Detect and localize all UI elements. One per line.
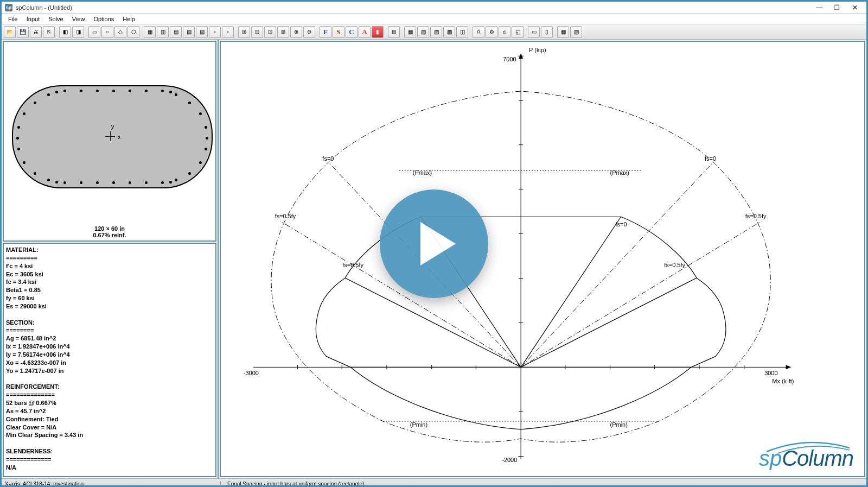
toolbar-open-icon[interactable]: 📂 (4, 26, 16, 38)
toolbar-btn13[interactable]: ▤ (170, 26, 182, 38)
toolbar-btn18[interactable]: ⊞ (238, 26, 250, 38)
toolbar-btn15[interactable]: ▨ (196, 26, 208, 38)
toolbar-btn34[interactable]: ▭ (528, 26, 540, 38)
close-button[interactable]: ✕ (847, 4, 863, 11)
window-title: spColumn - (Untitled) (16, 4, 811, 11)
info-cover: Clear Cover = N/A (6, 423, 213, 432)
chart-fs05-right: fs=0.5fy (745, 213, 767, 219)
toolbar-btn33[interactable]: ◱ (512, 26, 524, 38)
toolbar-btn22[interactable]: ⊕ (290, 26, 302, 38)
toolbar-save-icon[interactable]: 💾 (17, 26, 29, 38)
menu-input[interactable]: Input (22, 15, 44, 23)
info-fc-prime: f'c = 4 ksi (6, 262, 213, 270)
axis-x-label: x (118, 134, 121, 140)
toolbar-btn35[interactable]: ▯ (541, 26, 553, 38)
play-icon (420, 222, 456, 265)
material-header: MATERIAL: (6, 246, 213, 254)
svg-marker-5 (786, 365, 791, 369)
statusbar-right: Equal Spacing - input bars at uniform sp… (221, 481, 366, 487)
toolbar-btn20[interactable]: ⊡ (264, 26, 276, 38)
menu-options[interactable]: Options (89, 15, 118, 23)
toolbar-btn16[interactable]: ▪ (209, 26, 221, 38)
section-dimensions: 120 × 60 in (4, 225, 215, 232)
interaction-diagram[interactable]: P (kip) 7000 -2000 -3000 3000 Mx (k-ft) … (220, 41, 865, 477)
toolbar-btn12[interactable]: ▥ (157, 26, 169, 38)
info-fc: fc = 3.4 ksi (6, 278, 213, 286)
section-reinf: 0.67% reinf. (4, 232, 215, 238)
chart-x-title: Mx (k-ft) (772, 378, 794, 384)
toolbar-btn28[interactable]: ▩ (443, 26, 455, 38)
toolbar-btn8[interactable]: ○ (101, 26, 113, 38)
play-button-overlay[interactable] (380, 189, 488, 298)
chart-pmax-right: (Pmax) (610, 169, 629, 176)
chart-svg: P (kip) 7000 -2000 -3000 3000 Mx (k-ft) … (221, 42, 864, 476)
chart-fs0-left: fs=0 (322, 155, 334, 162)
toolbar-btn11[interactable]: ▦ (144, 26, 156, 38)
toolbar-btn27[interactable]: ▨ (430, 26, 442, 38)
toolbar-btn9[interactable]: ◇ (114, 26, 126, 38)
info-as: As = 45.7 in^2 (6, 407, 213, 415)
chart-fs05-inner-left: fs=0.5fy (342, 262, 363, 268)
chart-fs0-right: fs=0 (705, 155, 716, 162)
info-panel: MATERIAL: ========= f'c = 4 ksi Ec = 360… (3, 243, 216, 477)
chart-y-min: -2000 (502, 457, 517, 463)
toolbar-btn17[interactable]: ▪ (222, 26, 234, 38)
toolbar-btn24[interactable]: ⊞ (388, 26, 400, 38)
toolbar-letter-C[interactable]: C (346, 26, 358, 38)
toolbar-btn7[interactable]: ▭ (88, 26, 100, 38)
toolbar-btn37[interactable]: ▧ (570, 26, 582, 38)
chart-pmax-left: (Pmax) (413, 169, 432, 176)
toolbar-letter-F[interactable]: F (320, 26, 331, 38)
maximize-button[interactable]: ❐ (829, 4, 845, 11)
toolbar-btn23[interactable]: ⊖ (303, 26, 315, 38)
minimize-button[interactable]: ― (811, 4, 827, 11)
info-ec: Ec = 3605 ksi (6, 270, 213, 279)
chart-fs05-left: fs=0.5fy (275, 213, 296, 219)
window-controls: ― ❐ ✕ (811, 4, 863, 11)
info-yo: Yo = 1.24717e-007 in (6, 367, 213, 375)
chart-pmin-left: (Pmin) (410, 421, 427, 428)
left-column: y x 120 × 60 in 0.67% reinf. MATERIAL: =… (2, 40, 219, 478)
chart-y-title: P (kip) (529, 47, 546, 53)
chart-y-max: 7000 (503, 56, 516, 62)
chart-fs0-inner-right: fs=0 (616, 221, 627, 227)
chart-x-max: 3000 (764, 370, 777, 376)
toolbar-btn29[interactable]: ◫ (456, 26, 468, 38)
info-xo: Xo = -4.63233e-007 in (6, 359, 213, 367)
toolbar-btn36[interactable]: ▦ (557, 26, 569, 38)
toolbar-btn10[interactable]: ⬡ (127, 26, 139, 38)
info-ag: Ag = 6851.48 in^2 (6, 334, 213, 343)
toolbar-btn5[interactable]: ◧ (59, 26, 71, 38)
info-bars: 52 bars @ 0.667% (6, 399, 213, 407)
toolbar-letter-A[interactable]: A (359, 26, 371, 38)
toolbar-btn25[interactable]: ▦ (404, 26, 416, 38)
section-labels: 120 × 60 in 0.67% reinf. (4, 225, 215, 238)
toolbar-btn31[interactable]: ⚙ (486, 26, 497, 38)
toolbar-print-icon[interactable]: 🖨 (30, 26, 42, 38)
toolbar-btn-color[interactable]: ▮ (372, 26, 384, 38)
app-icon: sp (5, 4, 12, 11)
section-header: SECTION: (6, 319, 213, 327)
toolbar-btn6[interactable]: ◨ (72, 26, 84, 38)
menu-solve[interactable]: Solve (44, 15, 68, 23)
toolbar-btn14[interactable]: ▧ (183, 26, 195, 38)
info-confinement: Confinement: Tied (6, 415, 213, 423)
toolbar-btn26[interactable]: ▧ (417, 26, 429, 38)
menu-file[interactable]: File (4, 15, 22, 23)
logo: spColumn (759, 446, 853, 471)
menu-help[interactable]: Help (118, 15, 139, 23)
menubar: File Input Solve View Options Help (2, 14, 866, 24)
menu-view[interactable]: View (68, 15, 90, 23)
toolbar-btn32[interactable]: ⎋ (499, 26, 510, 38)
toolbar-btn19[interactable]: ⊟ (251, 26, 263, 38)
section-view[interactable]: y x 120 × 60 in 0.67% reinf. (3, 41, 216, 242)
info-es: Es = 29000 ksi (6, 302, 213, 311)
toolbar-btn30[interactable]: ⎙ (473, 26, 484, 38)
toolbar-letter-S[interactable]: S (333, 26, 344, 38)
toolbar-copy-icon[interactable]: ⎘ (43, 26, 55, 38)
toolbar-btn21[interactable]: ⊠ (277, 26, 289, 38)
statusbar-left: X-axis; ACI 318-14; Investigation (5, 481, 221, 487)
toolbar: 📂 💾 🖨 ⎘ ◧ ◨ ▭ ○ ◇ ⬡ ▦ ▥ ▤ ▧ ▨ ▪ ▪ ⊞ ⊟ ⊡ … (2, 24, 866, 40)
titlebar: sp spColumn - (Untitled) ― ❐ ✕ (2, 2, 866, 14)
slenderness-header: SLENDERNESS: (6, 447, 213, 456)
